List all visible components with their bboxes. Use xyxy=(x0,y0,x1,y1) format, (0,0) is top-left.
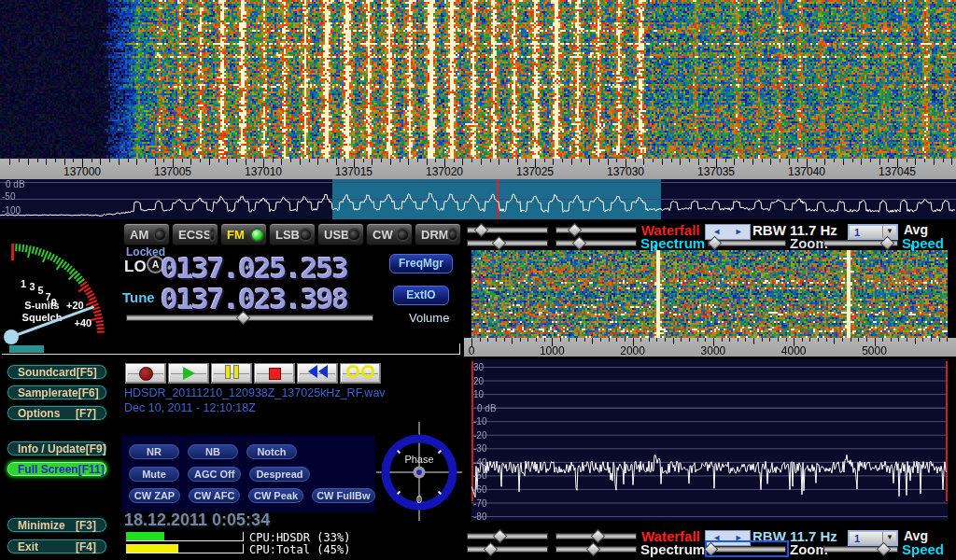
zoom-slider-top-thumb[interactable] xyxy=(707,236,722,251)
af-db-label: -20 xyxy=(473,430,486,441)
menu-button-soundcard[interactable]: Soundcard[F5] xyxy=(7,364,107,380)
af-tick xyxy=(922,338,923,342)
cpu-total-label: CPU:Total (45%) xyxy=(249,543,350,556)
freq-scale-label: 137020 xyxy=(426,165,463,178)
menu-button-info-update[interactable]: Info / Update[F9] xyxy=(7,441,107,456)
mode-button-usb[interactable]: USB xyxy=(317,223,364,245)
extio-button[interactable]: ExtIO xyxy=(393,286,449,305)
dsp-button-mute[interactable]: Mute xyxy=(129,467,179,482)
tape-button[interactable] xyxy=(340,363,381,384)
phase-dial[interactable] xyxy=(373,419,466,524)
waterfall-contrast-slider-top-thumb[interactable] xyxy=(474,223,489,238)
dsp-button-cw-afc[interactable]: CW AFC xyxy=(189,488,240,503)
freq-tick xyxy=(707,159,708,162)
spectrum-contrast-slider-top[interactable] xyxy=(467,237,548,248)
mode-led-indicator xyxy=(398,230,408,240)
af-db-label: -40 xyxy=(473,457,486,468)
freq-tick xyxy=(37,159,38,162)
waterfall-brightness-slider-bottom[interactable] xyxy=(555,530,637,541)
mode-button-fm[interactable]: FM xyxy=(220,223,267,245)
spectrum-contrast-slider-bottom-thumb[interactable] xyxy=(484,542,499,557)
tune-frequency-display[interactable]: 0137.023.398 xyxy=(161,285,347,314)
dsp-button-cw-fullbw[interactable]: CW FullBw xyxy=(312,488,375,503)
menu-button-samplerate[interactable]: Samplerate[F6] xyxy=(7,385,107,400)
mode-button-lsb[interactable]: LSB xyxy=(269,223,316,245)
waterfall-contrast-slider-bottom-thumb[interactable] xyxy=(493,529,508,544)
volume-slider-thumb[interactable] xyxy=(235,311,250,326)
waterfall-contrast-slider-bottom[interactable] xyxy=(467,530,548,541)
squelch-indicator[interactable] xyxy=(9,345,44,353)
af-frequency-scale[interactable]: 010002000300040005000 xyxy=(464,338,956,357)
freq-tick xyxy=(861,159,862,165)
spectrum-brightness-slider-top-thumb[interactable] xyxy=(572,236,587,251)
spectrum-label-top: Spectrum xyxy=(640,235,705,251)
pause-button[interactable] xyxy=(211,363,252,384)
cpu-hdsdr-label: CPU:HDSDR (33%) xyxy=(249,531,350,544)
waterfall-contrast-slider-top[interactable] xyxy=(467,224,548,235)
mode-led-indicator xyxy=(252,230,262,240)
waterfall-brightness-slider-top[interactable] xyxy=(555,224,637,235)
dsp-button-nb[interactable]: NB xyxy=(188,444,238,459)
freq-tick xyxy=(481,159,482,165)
spectrum-brightness-slider-bottom[interactable] xyxy=(555,543,637,554)
dsp-button-cw-zap[interactable]: CW ZAP xyxy=(129,488,180,503)
dsp-button-cw-peak[interactable]: CW Peak xyxy=(248,488,303,503)
af-tick xyxy=(625,338,626,342)
dsp-button-nr[interactable]: NR xyxy=(129,444,179,459)
waterfall-brightness-slider-top-thumb[interactable] xyxy=(568,223,583,238)
af-tick xyxy=(480,338,481,342)
rf-spectrum-display[interactable] xyxy=(0,179,956,219)
mode-button-drm[interactable]: DRM xyxy=(415,223,461,245)
menu-button-exit[interactable]: Exit[F4] xyxy=(7,539,107,554)
freq-tick xyxy=(879,159,880,165)
volume-slider[interactable] xyxy=(126,312,373,323)
speed-slider-bottom-thumb[interactable] xyxy=(877,542,892,557)
freq-tick xyxy=(218,159,219,162)
af-tick xyxy=(689,338,690,342)
mode-button-cw[interactable]: CW xyxy=(366,223,413,245)
menu-button-fkey: [F6] xyxy=(78,386,99,399)
rf-waterfall-display[interactable] xyxy=(0,0,956,159)
rewind-button[interactable] xyxy=(297,363,338,384)
record-button[interactable] xyxy=(125,363,166,384)
freq-tick xyxy=(273,159,274,162)
rf-frequency-scale[interactable]: 1370001370051370101370151370201370251370… xyxy=(0,159,956,179)
af-waterfall-display[interactable] xyxy=(471,250,948,338)
dsp-button-agc-off[interactable]: AGC Off xyxy=(188,467,241,482)
menu-button-options[interactable]: Options[F7] xyxy=(7,405,107,421)
spectrum-contrast-slider-bottom[interactable] xyxy=(467,543,548,554)
freqmgr-button[interactable]: FreqMgr xyxy=(389,254,453,273)
freq-tick xyxy=(490,159,491,162)
freq-tick xyxy=(770,159,771,165)
af-tick xyxy=(544,338,545,342)
freq-tick xyxy=(725,159,726,162)
play-button[interactable] xyxy=(168,363,209,384)
af-scale-label: 2000 xyxy=(620,344,645,357)
speed-slider-top[interactable] xyxy=(823,237,898,248)
zoom-slider-top[interactable] xyxy=(708,237,786,248)
menu-button-full-screen[interactable]: Full Screen[F11] xyxy=(7,461,107,477)
mode-button-ecss[interactable]: ECSS xyxy=(172,223,218,245)
dsp-button-notch[interactable]: Notch xyxy=(246,444,297,459)
mode-button-am[interactable]: AM xyxy=(123,223,170,245)
stop-button[interactable] xyxy=(254,363,295,384)
af-tick xyxy=(866,338,867,342)
af-tick xyxy=(738,338,738,342)
af-tick xyxy=(915,338,916,344)
menu-button-minimize[interactable]: Minimize[F3] xyxy=(7,517,107,533)
zoom-slider-bottom[interactable] xyxy=(708,543,786,554)
freq-tick xyxy=(146,159,147,162)
lo-frequency-display[interactable]: 0137.025.253 xyxy=(161,254,347,283)
dsp-button-despread[interactable]: Despread xyxy=(249,467,309,482)
spectrum-contrast-slider-top-thumb[interactable] xyxy=(492,236,507,251)
speed-slider-bottom[interactable] xyxy=(823,543,898,554)
speed-slider-top-thumb[interactable] xyxy=(880,236,895,251)
af-tick xyxy=(487,338,488,342)
af-spectrum-display[interactable] xyxy=(471,359,948,521)
af-tick xyxy=(947,338,948,342)
cpu-total-fill xyxy=(126,544,178,553)
spectrum-brightness-slider-bottom-thumb[interactable] xyxy=(586,542,601,557)
spectrum-brightness-slider-top[interactable] xyxy=(555,237,637,248)
freq-tick xyxy=(254,159,255,162)
af-tick xyxy=(705,338,706,342)
